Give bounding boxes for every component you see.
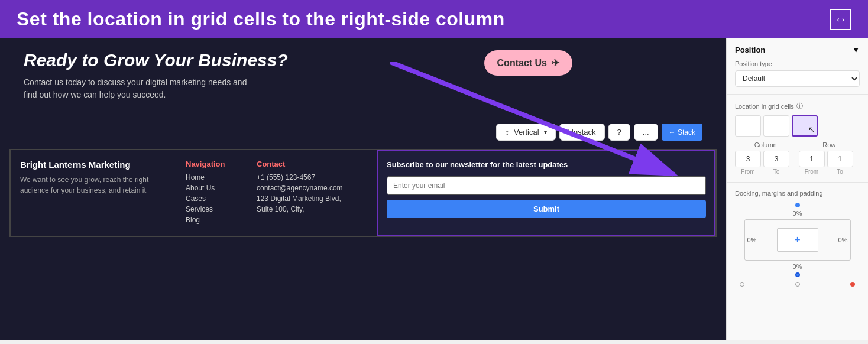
nav-link-about[interactable]: About Us bbox=[186, 184, 237, 192]
contact-address2: Suite 100, City, bbox=[257, 205, 367, 213]
hero-title: Ready to Grow Your Business? bbox=[24, 50, 702, 70]
canvas-area: Ready to Grow Your Business? Contact us … bbox=[0, 38, 726, 340]
docking-corner-dot-red bbox=[850, 282, 855, 287]
grid-cells-boxes bbox=[735, 115, 860, 137]
help-label: ? bbox=[617, 128, 621, 137]
unstack-widget[interactable]: Unstack bbox=[559, 124, 605, 141]
position-section: Position ▼ Position type Default bbox=[727, 38, 868, 95]
chevron-down-icon: ▾ bbox=[544, 129, 547, 135]
stack-button[interactable]: ← Stack bbox=[662, 124, 702, 141]
vertical-icon: ↕ bbox=[505, 128, 509, 137]
col-from-value[interactable]: 3 bbox=[735, 151, 761, 167]
footer-newsletter-col: Subscribe to our newsletter for the late… bbox=[377, 150, 715, 236]
docking-title: Docking, margins and padding bbox=[735, 190, 860, 197]
info-icon: ⓘ bbox=[796, 102, 803, 111]
send-icon: ✈ bbox=[552, 57, 559, 69]
col-from-label: From bbox=[735, 168, 761, 175]
footer-section: Bright Lanterns Marketing We want to see… bbox=[9, 149, 717, 237]
footer-brand-name: Bright Lanterns Marketing bbox=[20, 160, 166, 170]
docking-right-value: 0% bbox=[838, 236, 848, 244]
help-widget[interactable]: ? bbox=[608, 124, 630, 141]
right-panel: Position ▼ Position type Default Locatio… bbox=[726, 38, 868, 340]
unstack-label: Unstack bbox=[568, 128, 596, 137]
docking-value-top: 0% bbox=[735, 210, 860, 217]
row-to-label: To bbox=[827, 168, 853, 175]
website-preview: Ready to Grow Your Business? Contact us … bbox=[0, 38, 726, 124]
footer-contact-col: Contact +1 (555) 123-4567 contact@agency… bbox=[247, 150, 377, 236]
banner-title: Set the location in grid cells to the ri… bbox=[17, 8, 505, 30]
footer-divider bbox=[9, 241, 717, 241]
footer-contact-title: Contact bbox=[257, 160, 367, 168]
main-layout: Ready to Grow Your Business? Contact us … bbox=[0, 38, 868, 340]
more-widget[interactable]: ... bbox=[634, 124, 658, 141]
docking-left-value: 0% bbox=[747, 236, 757, 244]
newsletter-email-input[interactable] bbox=[387, 176, 706, 195]
col-to-value[interactable]: 3 bbox=[763, 151, 789, 167]
more-label: ... bbox=[643, 128, 649, 137]
footer-nav-col: Navigation Home About Us Cases Services … bbox=[176, 150, 247, 236]
row-label: Row bbox=[799, 141, 860, 148]
footer-brand-desc: We want to see you grow, reach the right… bbox=[20, 174, 166, 196]
col-to-label: To bbox=[763, 168, 789, 175]
docking-dot-top bbox=[795, 203, 800, 207]
contact-address1: 123 Digital Marketing Blvd, bbox=[257, 194, 367, 203]
position-type-select[interactable]: Default bbox=[735, 70, 860, 87]
row-to-value[interactable]: 1 bbox=[827, 151, 853, 167]
contact-phone: +1 (555) 123-4567 bbox=[257, 173, 367, 181]
docking-outer-box: 0% + 0% bbox=[744, 219, 851, 261]
grid-cells-section: Location in grid cells ⓘ Column 3 3 bbox=[727, 95, 868, 183]
grid-cell-2[interactable] bbox=[763, 115, 789, 137]
vertical-widget[interactable]: ↕ Vertical ▾ bbox=[496, 124, 555, 141]
hero-subtitle: Contact us today to discuss your digital… bbox=[24, 76, 260, 101]
grid-cell-3-selected[interactable] bbox=[792, 115, 818, 137]
newsletter-title: Subscribe to our newsletter for the late… bbox=[387, 160, 706, 170]
nav-link-blog[interactable]: Blog bbox=[186, 216, 237, 224]
row-from-label: From bbox=[799, 168, 825, 175]
docking-corner-dot-left bbox=[740, 282, 744, 287]
vertical-label: Vertical bbox=[514, 128, 539, 137]
nav-link-services[interactable]: Services bbox=[186, 205, 237, 213]
docking-inner-box: + bbox=[777, 228, 818, 252]
docking-section: Docking, margins and padding 0% 0% + bbox=[727, 183, 868, 294]
contact-button[interactable]: Contact Us ✈ bbox=[484, 50, 572, 76]
plus-icon: + bbox=[794, 234, 801, 246]
position-section-title: Position ▼ bbox=[735, 46, 860, 54]
dropdown-icon: ▼ bbox=[852, 46, 860, 54]
nav-link-cases[interactable]: Cases bbox=[186, 194, 237, 203]
row-from-value[interactable]: 1 bbox=[799, 151, 825, 167]
contact-button-label: Contact Us bbox=[497, 58, 547, 69]
contact-email: contact@agencyname.com bbox=[257, 184, 367, 192]
grid-cells-label: Location in grid cells bbox=[735, 103, 794, 110]
toolbar-row: ↕ Vertical ▾ Unstack ? ... ← Stack bbox=[0, 124, 726, 145]
docking-corner-dot-right bbox=[795, 282, 800, 287]
docking-value-bottom: 0% bbox=[735, 263, 860, 270]
docking-dot-bottom bbox=[795, 272, 800, 277]
column-label: Column bbox=[735, 141, 796, 148]
resize-icon: ↔ bbox=[830, 9, 851, 30]
position-type-label: Position type bbox=[735, 60, 860, 67]
nav-link-home[interactable]: Home bbox=[186, 173, 237, 181]
grid-cell-1[interactable] bbox=[735, 115, 761, 137]
top-banner: Set the location in grid cells to the ri… bbox=[0, 0, 868, 38]
footer-brand-col: Bright Lanterns Marketing We want to see… bbox=[11, 150, 176, 236]
grid-cells-header: Location in grid cells ⓘ bbox=[735, 102, 860, 111]
footer-nav-title: Navigation bbox=[186, 160, 237, 168]
newsletter-submit-button[interactable]: Submit bbox=[387, 200, 706, 218]
